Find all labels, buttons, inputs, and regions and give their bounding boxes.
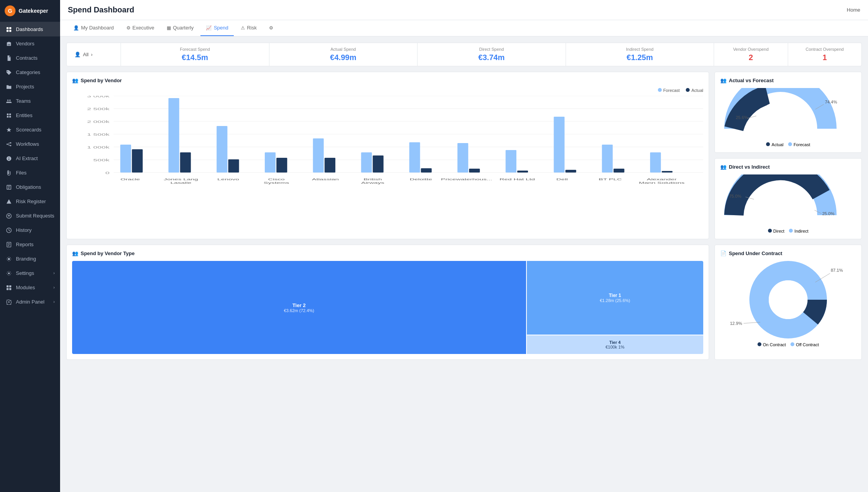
charts-row: 👥 Spend by Vendor Forecast Actual (66, 72, 862, 239)
sidebar-item-ai-extract[interactable]: AI Extract (0, 151, 60, 166)
treemap-right: Tier 1 €1.28m (25.6%) Tier 4 €100k 1% (527, 261, 703, 354)
sidebar-label-entities: Entities (16, 112, 55, 118)
treemap: Tier 2 €3.62m (72.4%) Tier 1 €1.28m (25.… (72, 261, 703, 354)
svg-rect-52 (324, 158, 335, 173)
tab-settings[interactable]: ⚙ (264, 21, 279, 36)
svg-rect-65 (517, 171, 528, 173)
user-tab-icon: 👤 (73, 25, 79, 31)
sidebar-item-vendors[interactable]: Vendors (0, 36, 60, 51)
quarterly-tab-icon: ▦ (167, 25, 171, 31)
svg-rect-55 (373, 155, 383, 173)
sidebar-item-obligations[interactable]: Obligations (0, 180, 60, 194)
svg-rect-64 (506, 150, 516, 173)
tab-label-my-dashboard: My Dashboard (81, 25, 114, 31)
sidebar-item-categories[interactable]: Categories (0, 65, 60, 79)
bar-chart-svg: 0 500k 1 000k 1 500k 2 000k 2 500k 3 000… (72, 96, 703, 185)
tier4-label: Tier 4 (609, 340, 621, 345)
exec-tab-icon: ⚙ (126, 25, 131, 31)
svg-text:Mann Solutions: Mann Solutions (639, 181, 685, 185)
sidebar-item-scorecards[interactable]: Scorecards (0, 123, 60, 137)
admin-arrow: › (53, 300, 55, 304)
svg-text:1 500k: 1 500k (87, 133, 110, 136)
sidebar-item-entities[interactable]: Entities (0, 108, 60, 123)
tab-executive[interactable]: ⚙ Executive (121, 20, 160, 36)
svg-text:1 000k: 1 000k (87, 145, 110, 149)
svg-text:2 000k: 2 000k (87, 120, 110, 124)
risk-icon (5, 199, 12, 204)
sidebar-item-projects[interactable]: Projects (0, 79, 60, 94)
svg-text:Alexander: Alexander (647, 178, 677, 181)
filter-all[interactable]: 👤 All › (67, 43, 121, 66)
sidebar-label-dashboards: Dashboards (16, 26, 55, 32)
svg-rect-2 (7, 29, 9, 31)
sidebar-label-submit-requests: Submit Requests (16, 213, 55, 219)
sidebar-item-branding[interactable]: Branding (0, 252, 60, 266)
right-charts: 👥 Actual vs Forecast 25.6% (714, 72, 862, 239)
svg-text:British: British (364, 178, 382, 181)
forecast-spend-value: €14.5m (129, 53, 261, 62)
svg-point-17 (8, 272, 10, 274)
sidebar-item-files[interactable]: Files (0, 166, 60, 180)
svg-rect-41 (180, 152, 191, 173)
tab-my-dashboard[interactable]: 👤 My Dashboard (68, 20, 119, 36)
sidebar-item-reports[interactable]: Reports (0, 237, 60, 252)
sidebar-label-teams: Teams (16, 98, 55, 104)
svg-rect-73 (650, 152, 661, 173)
sidebar-item-workflows[interactable]: Workflows (0, 137, 60, 151)
tab-quarterly[interactable]: ▦ Quarterly (161, 20, 199, 36)
bottom-charts-row: 👥 Spend by Vendor Type Tier 2 €3.62m (72… (66, 245, 862, 360)
svg-point-82 (753, 188, 808, 225)
actual-spend-value: €4.99m (277, 53, 410, 62)
spend-by-vendor-type-card: 👥 Spend by Vendor Type Tier 2 €3.62m (72… (66, 245, 709, 360)
svg-point-11 (10, 142, 12, 143)
svg-rect-74 (662, 171, 673, 173)
file-icon (5, 55, 12, 61)
svg-text:Deloitte: Deloitte (410, 178, 432, 181)
svg-rect-58 (409, 142, 420, 173)
tier1-sub: €1.28m (25.6%) (600, 298, 630, 303)
svg-rect-70 (602, 145, 613, 173)
reports-icon (5, 242, 12, 247)
sidebar-item-teams[interactable]: Teams (0, 94, 60, 108)
sidebar-item-contracts[interactable]: Contracts (0, 51, 60, 65)
direct-spend-value: €3.74m (425, 53, 558, 62)
tab-spend[interactable]: 📈 Spend (200, 20, 234, 36)
svg-text:3 000k: 3 000k (87, 96, 110, 98)
tab-label-executive: Executive (133, 25, 154, 31)
sidebar-label-branding: Branding (16, 256, 55, 262)
svg-rect-6 (7, 113, 9, 115)
sidebar-item-admin-panel[interactable]: Admin Panel › (0, 295, 60, 309)
sidebar-label-modules: Modules (16, 285, 53, 290)
dvi-icon: 👥 (720, 164, 726, 170)
home-link[interactable]: Home (847, 7, 860, 13)
tab-risk[interactable]: ⚠ Risk (235, 20, 262, 36)
sidebar-label-projects: Projects (16, 84, 55, 90)
sidebar-item-risk-register[interactable]: Risk Register (0, 194, 60, 209)
svg-text:25.0%: 25.0% (822, 211, 834, 216)
admin-icon (5, 299, 12, 305)
history-icon (5, 228, 12, 233)
sidebar-item-submit-requests[interactable]: Submit Requests (0, 209, 60, 223)
sidebar-item-dashboards[interactable]: Dashboards (0, 22, 60, 36)
svg-point-22 (8, 301, 10, 303)
sidebar-item-modules[interactable]: Modules › (0, 280, 60, 295)
spend-by-vendor-card: 👥 Spend by Vendor Forecast Actual (66, 72, 709, 239)
suc-icon: 📄 (720, 250, 726, 256)
svg-point-10 (7, 143, 8, 145)
sidebar: G Gatekeeper Dashboards Vendors Contract… (0, 0, 60, 492)
svg-rect-19 (9, 285, 11, 287)
tag-icon (5, 70, 12, 75)
app-logo-name: Gatekeeper (19, 8, 48, 14)
svg-text:0: 0 (105, 171, 110, 175)
sidebar-item-settings[interactable]: Settings › (0, 266, 60, 280)
folder-icon (5, 84, 12, 90)
submit-icon (5, 213, 12, 219)
direct-vs-indirect-donut: 75.0% 25.0% (720, 174, 856, 225)
legend-forecast: Forecast (658, 88, 680, 93)
sidebar-label-admin-panel: Admin Panel (16, 299, 53, 305)
sidebar-logo: G Gatekeeper (0, 0, 60, 22)
svg-rect-7 (9, 113, 11, 115)
svg-text:Cisco: Cisco (268, 178, 285, 181)
svg-rect-9 (9, 116, 11, 117)
sidebar-item-history[interactable]: History (0, 223, 60, 237)
